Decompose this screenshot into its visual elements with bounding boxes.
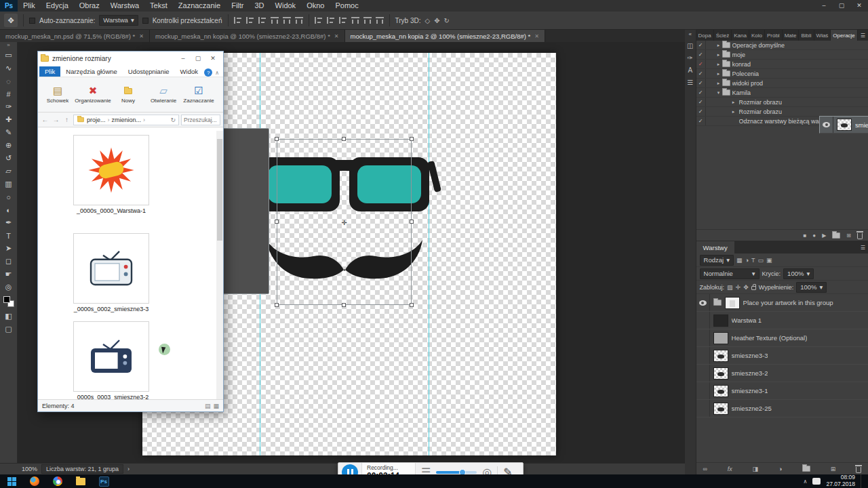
tab-operacje[interactable]: Operacje	[831, 30, 857, 41]
tab-biblioteki[interactable]: Bibli	[799, 30, 814, 41]
lock-transparency-icon[interactable]: ▨	[727, 284, 733, 291]
layer-thumbnail[interactable]	[713, 314, 728, 327]
filter-smart-icon[interactable]: ▣	[766, 257, 772, 264]
lock-all-icon[interactable]	[751, 286, 756, 290]
new-button[interactable]: Nowy	[111, 79, 145, 110]
layer-name[interactable]: smieszne3-1	[732, 387, 768, 394]
explorer-window[interactable]: zmienione rozmiary – ▢ ✕ Plik Narzędzia …	[37, 51, 224, 412]
open-button[interactable]: ▱ Otwieranie	[146, 79, 180, 110]
show-desktop-button[interactable]	[861, 474, 864, 488]
back-icon[interactable]: ←	[41, 116, 50, 123]
3d-orbit-icon[interactable]: ↻	[444, 17, 450, 24]
menu-3d[interactable]: 3D	[250, 0, 270, 12]
zoom-tool[interactable]: ◎	[1, 281, 17, 293]
3d-pan-icon[interactable]: ✥	[434, 17, 439, 24]
layer-thumbnail[interactable]	[725, 297, 740, 309]
transform-handle-top-middle[interactable]	[342, 137, 346, 141]
file-item-3[interactable]: _0000s_0003_smieszne3-2	[60, 321, 162, 399]
taskbar-chrome[interactable]	[46, 474, 69, 488]
tab-kolor[interactable]: Kolo	[749, 30, 765, 41]
include-check-icon[interactable]: ✓	[696, 117, 706, 125]
lock-position-icon[interactable]: ✥	[743, 284, 749, 291]
gradient-tool[interactable]: ▥	[1, 178, 17, 190]
ribbon-tab-narzedzia[interactable]: Narzędzia główne	[60, 66, 123, 77]
menu-zaznaczanie[interactable]: Zaznaczanie	[173, 0, 226, 12]
visibility-cell[interactable]	[696, 329, 710, 346]
menu-widok[interactable]: Widok	[270, 0, 302, 12]
forward-icon[interactable]: →	[52, 116, 60, 123]
filter-shape-icon[interactable]: ▭	[757, 257, 764, 264]
scrollbar-thumb[interactable]	[217, 139, 222, 241]
taskbar-explorer[interactable]	[69, 474, 92, 488]
expand-icon[interactable]: ▸	[730, 109, 737, 115]
file-item-2[interactable]: _0000s_0002_smieszne3-3	[60, 233, 162, 312]
layer-name[interactable]: smieszne3-3	[732, 352, 768, 359]
stamp-tool[interactable]: ⊕	[1, 139, 17, 152]
character-panel-icon[interactable]: A	[688, 66, 692, 74]
hand-tool[interactable]: ☛	[1, 268, 17, 281]
include-check-icon[interactable]: ✓	[696, 98, 706, 106]
menu-warstwa[interactable]: Warstwa	[105, 0, 144, 12]
blur-tool[interactable]: ○	[1, 190, 17, 203]
visibility-cell[interactable]	[696, 312, 710, 329]
maximize-icon[interactable]: ▢	[833, 0, 850, 12]
transform-controls-checkbox[interactable]	[142, 18, 149, 24]
expand-icon[interactable]: ▸	[715, 43, 722, 48]
3d-rotate-icon[interactable]: ◇	[425, 17, 430, 24]
close-icon[interactable]: ✕	[205, 52, 220, 65]
clipboard-button[interactable]: ▤ Schowek	[41, 79, 75, 110]
transform-handle-middle-right[interactable]	[410, 220, 414, 224]
new-group-icon[interactable]	[802, 466, 810, 472]
distribute-top-icon[interactable]	[351, 17, 359, 24]
layer-row[interactable]: smieszne2-25	[696, 400, 868, 418]
panel-menu-icon[interactable]: ☰	[858, 241, 868, 253]
collapse-icon[interactable]: ▾	[715, 90, 722, 96]
menu-tekst[interactable]: Tekst	[144, 0, 173, 12]
shape-tool[interactable]: ◻	[1, 255, 17, 268]
layer-row[interactable]: smieszne3-1	[696, 382, 868, 400]
action-set-row[interactable]: ✓ ▾ Kamila	[696, 88, 868, 98]
explorer-title-bar[interactable]: zmienione rozmiary – ▢ ✕	[38, 52, 223, 65]
brush-tool[interactable]: ✎	[1, 126, 17, 139]
distribute-left-icon[interactable]	[315, 17, 323, 24]
styles-panel-icon[interactable]: ✑	[688, 54, 693, 62]
file-item-1[interactable]: _0000s_0000_Warstwa-1	[60, 135, 162, 214]
taskbar-photoshop[interactable]: Ps	[92, 474, 115, 488]
layer-mask-icon[interactable]: ◨	[752, 466, 758, 472]
menu-plik[interactable]: Plik	[18, 0, 41, 12]
include-check-icon[interactable]: ✓	[696, 41, 706, 49]
maximize-icon[interactable]: ▢	[191, 52, 205, 65]
tab-dopasowania[interactable]: Dopa	[696, 30, 714, 41]
dodge-tool[interactable]: ◐	[1, 203, 17, 216]
layer-thumbnail[interactable]	[713, 403, 728, 415]
tab-warstwy[interactable]: Warstwy	[696, 241, 734, 253]
expand-icon[interactable]: ▸	[730, 100, 737, 105]
transform-handle-bottom-left[interactable]	[275, 303, 279, 307]
menu-filtr[interactable]: Filtr	[226, 0, 249, 12]
include-check-icon[interactable]: ✓	[696, 69, 706, 78]
zoom-level[interactable]: 100%	[22, 466, 37, 472]
eyedropper-tool[interactable]: ✑	[1, 100, 17, 113]
tab-wlasciwosci[interactable]: Właś	[814, 30, 831, 41]
adjustments-panel-icon[interactable]: ◫	[687, 42, 693, 49]
menu-obraz[interactable]: Obraz	[74, 0, 105, 12]
include-check-icon[interactable]: ✓	[696, 107, 706, 116]
align-right-icon[interactable]	[258, 17, 267, 24]
explorer-file-list[interactable]: _0000s_0000_Warstwa-1 _0000s_0002_smiesz…	[38, 131, 223, 399]
type-tool[interactable]: T	[1, 229, 17, 242]
filter-adjustment-icon[interactable]: ◑	[745, 257, 748, 264]
ribbon-tab-widok[interactable]: Widok	[175, 66, 203, 77]
expand-icon[interactable]: ▸	[715, 71, 722, 77]
layer-name[interactable]: Place your artwork in this group	[743, 299, 833, 306]
filter-kind-dropdown[interactable]: Rodzaj ▾	[700, 255, 734, 266]
action-set-row[interactable]: ✓ ▸ Polecenia	[696, 69, 868, 79]
transform-handle-top-left[interactable]	[275, 137, 279, 141]
thumbnails-view-icon[interactable]: ▦	[213, 403, 219, 409]
document-info[interactable]: Liczba warstw: 21, 1 grupa	[41, 464, 123, 474]
transform-handle-middle-left[interactable]	[275, 220, 279, 224]
layer-thumbnail[interactable]	[713, 350, 728, 362]
tray-app-icon[interactable]	[812, 478, 821, 485]
scrollbar-vertical[interactable]	[216, 131, 223, 399]
layer-thumbnail[interactable]	[713, 332, 728, 344]
align-top-icon[interactable]	[271, 17, 279, 24]
